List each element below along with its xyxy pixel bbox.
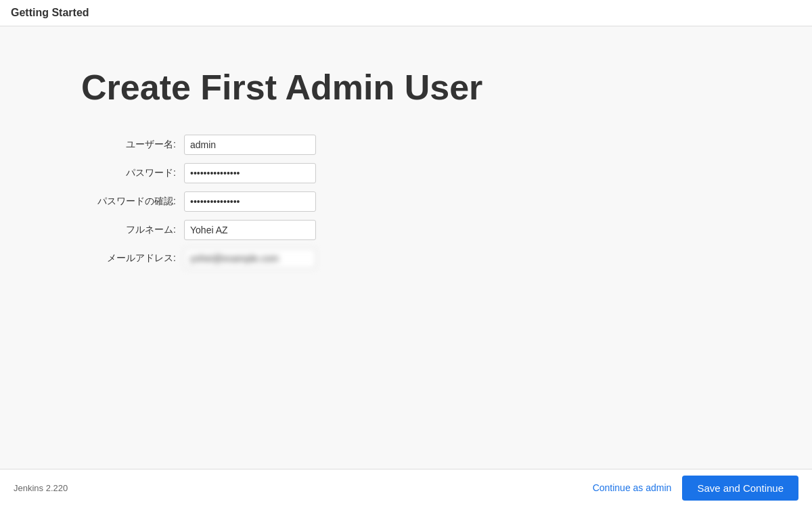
page-title: Create First Admin User <box>81 67 812 108</box>
email-row: メールアドレス: <box>81 248 812 269</box>
save-and-continue-button[interactable]: Save and Continue <box>682 476 798 501</box>
footer: Jenkins 2.220 Continue as admin Save and… <box>0 469 812 506</box>
fullname-input[interactable] <box>184 220 316 240</box>
footer-version: Jenkins 2.220 <box>14 483 68 493</box>
password-row: パスワード: <box>81 163 812 183</box>
app-header: Getting Started <box>0 0 812 26</box>
username-label: ユーザー名: <box>81 139 176 151</box>
confirm-password-row: パスワードの確認: <box>81 191 812 212</box>
fullname-row: フルネーム: <box>81 220 812 240</box>
admin-user-form: ユーザー名: パスワード: パスワードの確認: フルネーム: メールアドレス: <box>81 135 812 269</box>
continue-as-admin-button[interactable]: Continue as admin <box>593 482 672 493</box>
email-label: メールアドレス: <box>81 252 176 264</box>
password-label: パスワード: <box>81 167 176 179</box>
password-input[interactable] <box>184 163 316 183</box>
confirm-password-input[interactable] <box>184 191 316 212</box>
username-row: ユーザー名: <box>81 135 812 155</box>
email-input[interactable] <box>184 248 316 269</box>
header-title: Getting Started <box>11 7 89 18</box>
fullname-label: フルネーム: <box>81 224 176 236</box>
confirm-password-label: パスワードの確認: <box>81 196 176 208</box>
main-content: Create First Admin User ユーザー名: パスワード: パス… <box>0 26 812 469</box>
footer-actions: Continue as admin Save and Continue <box>593 476 798 501</box>
username-input[interactable] <box>184 135 316 155</box>
